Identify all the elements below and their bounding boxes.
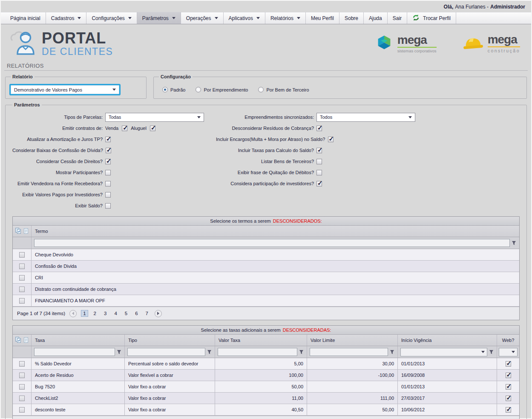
param-checkbox[interactable] — [316, 181, 322, 187]
valor-taxa-cell: 11,00 — [215, 393, 307, 404]
filter-icon[interactable] — [510, 241, 518, 245]
valor-taxa-filter-input[interactable] — [218, 348, 297, 356]
termo-filter-input[interactable] — [34, 239, 510, 247]
menu-item[interactable]: Relatórios — [265, 12, 306, 24]
page-number[interactable]: 2 — [92, 310, 98, 317]
mega-construcao-subtitle: construção — [488, 48, 520, 53]
row-checkbox[interactable] — [19, 275, 25, 281]
menu-item-trocar-perfil[interactable]: Trocar Perfil — [407, 12, 456, 24]
mega-wordmark: mega — [488, 34, 517, 46]
menu-item[interactable]: Meu Perfil — [306, 12, 339, 24]
web-checkbox[interactable] — [506, 384, 511, 390]
termos-title-red: DESCONSIDERADOS: — [273, 218, 322, 224]
menu-item[interactable]: Página inicial — [5, 12, 46, 24]
row-checkbox[interactable] — [19, 373, 25, 378]
relatorio-select[interactable]: Demonstrativo de Valores Pagos — [11, 85, 119, 94]
parametros-legend: Parâmetros — [12, 102, 42, 107]
termos-rows: Cheque Devolvido Confissão de Divida CRI — [13, 249, 519, 307]
filter-icon[interactable] — [205, 350, 213, 354]
tipos-parcelas-select[interactable]: Todas — [105, 113, 204, 122]
menu-item[interactable]: Sair — [388, 12, 407, 24]
menu-item[interactable]: Operações — [181, 12, 224, 24]
config-radio-option[interactable]: Padrão — [162, 87, 185, 92]
taxa-filter-input[interactable] — [34, 348, 115, 356]
filter-icon[interactable] — [388, 350, 396, 354]
web-checkbox[interactable] — [506, 373, 511, 378]
page-number[interactable]: 6 — [133, 310, 140, 317]
parametros-left-column: Tipos de Parcelas: Todas Emitir contrato… — [12, 112, 216, 211]
web-checkbox[interactable] — [506, 361, 511, 367]
aluguel-label: Aluguel — [131, 126, 147, 131]
menu-item[interactable]: Aplicativos — [224, 12, 265, 24]
web-checkbox[interactable] — [506, 396, 511, 401]
termo-row: Distrato com continuidade de cobrança — [13, 284, 519, 295]
web-checkbox[interactable] — [506, 407, 511, 413]
menu-item[interactable]: Cadastros — [46, 12, 87, 24]
page-number[interactable]: 5 — [123, 310, 129, 317]
param-checkbox[interactable] — [105, 181, 111, 187]
param-checkbox[interactable] — [328, 137, 334, 142]
param-checkbox[interactable] — [316, 159, 322, 164]
param-checkbox[interactable] — [105, 170, 111, 175]
termos-grid-header: Termo — [13, 226, 519, 237]
menu-item[interactable]: Configurações — [86, 12, 137, 24]
config-radio-option[interactable]: Por Empreendimento — [196, 87, 248, 92]
inicio-vigencia-filter-select[interactable] — [400, 348, 487, 356]
param-checkbox[interactable] — [106, 148, 111, 153]
param-checkbox[interactable] — [316, 148, 322, 153]
param-checkbox[interactable] — [105, 159, 111, 164]
config-radio-option[interactable]: Por Bem de Terceiro — [258, 87, 309, 92]
valor-limite-cell: 30,00 — [307, 358, 398, 369]
radio-label: Por Empreendimento — [204, 87, 248, 92]
param-label: Mostrar Participantes? — [56, 170, 103, 175]
filter-icon[interactable] — [297, 350, 305, 354]
valor-taxa-cell: 100,00 — [215, 370, 307, 381]
page-number[interactable]: 3 — [102, 310, 109, 317]
clear-selection-icon[interactable] — [23, 337, 29, 344]
chevron-down-icon — [172, 17, 175, 19]
select-all-icon[interactable] — [15, 228, 22, 235]
menu-item[interactable]: Ajuda — [364, 12, 388, 24]
row-checkbox[interactable] — [19, 252, 25, 258]
empreendimentos-select[interactable]: Todos — [316, 113, 415, 122]
valor-limite-filter-input[interactable] — [310, 348, 388, 356]
select-all-icon[interactable] — [15, 337, 22, 344]
taxas-grid: Selecione as taxas adicionais a serem DE… — [12, 325, 520, 419]
page-number[interactable]: 4 — [112, 310, 119, 317]
row-checkbox[interactable] — [19, 298, 25, 304]
radio-button[interactable] — [162, 87, 168, 92]
page-title: RELATÓRIOS — [7, 63, 527, 69]
row-checkbox[interactable] — [19, 361, 25, 367]
venda-checkbox[interactable] — [122, 126, 127, 131]
termo-row: CRI — [13, 272, 519, 284]
row-checkbox[interactable] — [19, 287, 25, 292]
page-number[interactable]: 7 — [144, 310, 150, 317]
row-checkbox[interactable] — [19, 264, 25, 269]
termo-row: Cheque Devolvido — [13, 249, 519, 261]
web-filter-select[interactable] — [499, 348, 518, 356]
aluguel-checkbox[interactable] — [150, 126, 155, 131]
param-checkbox[interactable] — [316, 126, 322, 131]
prev-page-button[interactable] — [69, 310, 77, 317]
next-page-button[interactable] — [155, 310, 162, 317]
param-label: Emitir Vendedora na Fonte Recebedora? — [17, 181, 103, 186]
row-checkbox[interactable] — [19, 384, 25, 390]
mega-cube-icon — [375, 34, 393, 53]
radio-button[interactable] — [196, 87, 201, 92]
param-label: Incluir Encargos(Multa + Mora por Atraso… — [216, 137, 325, 142]
filter-icon[interactable] — [115, 350, 123, 354]
radio-button[interactable] — [258, 87, 264, 92]
filter-icon[interactable] — [487, 350, 495, 354]
tipo-filter-input[interactable] — [127, 348, 205, 356]
menu-item[interactable]: Sobre — [339, 12, 364, 24]
param-checkbox[interactable] — [105, 192, 111, 198]
row-checkbox[interactable] — [19, 407, 25, 413]
row-checkbox[interactable] — [19, 396, 25, 401]
clear-selection-icon[interactable] — [23, 228, 29, 235]
param-checkbox[interactable] — [316, 170, 322, 175]
menu-item[interactable]: Parâmetros — [137, 12, 181, 24]
menu-item-label: Configurações — [92, 15, 124, 21]
param-checkbox[interactable] — [105, 137, 111, 142]
page-number[interactable]: 1 — [81, 310, 88, 317]
param-checkbox[interactable] — [105, 203, 111, 209]
